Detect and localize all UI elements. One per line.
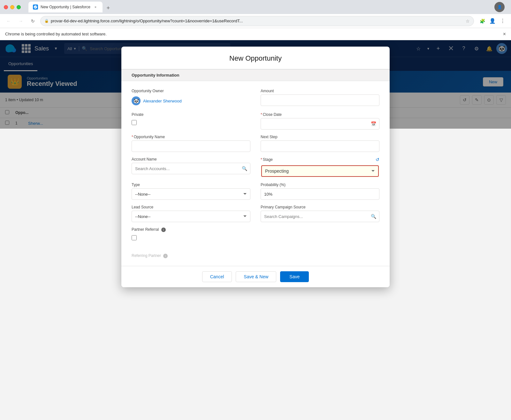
owner-avatar: 🐼 bbox=[132, 96, 141, 105]
partner-referral-checkbox-field bbox=[132, 233, 250, 242]
title-bar: New Opportunity | Salesforce × + 👤 bbox=[0, 0, 511, 14]
private-label: Private bbox=[132, 112, 250, 117]
notification-bar: Chrome is being controlled by automated … bbox=[0, 28, 511, 40]
cancel-button[interactable]: Cancel bbox=[202, 271, 232, 282]
bookmark-icon[interactable]: ☆ bbox=[466, 19, 470, 24]
account-name-label: Account Name bbox=[132, 157, 250, 161]
modal-body: Opportunity Information Opportunity Owne… bbox=[121, 69, 390, 266]
account-search-wrapper: 🔍 bbox=[132, 163, 250, 174]
modal-header: New Opportunity bbox=[121, 47, 390, 69]
close-window-button[interactable] bbox=[4, 5, 8, 9]
maximize-window-button[interactable] bbox=[17, 5, 21, 9]
browser-profile-icon[interactable]: 👤 bbox=[494, 2, 505, 12]
partner-referral-label: Partner Referral i bbox=[132, 227, 250, 232]
form-group-amount: Amount bbox=[261, 89, 379, 107]
notification-close-button[interactable]: × bbox=[503, 31, 506, 37]
referring-partner-label: Referring Partner i bbox=[132, 253, 168, 258]
stage-highlight-wrapper: Prospecting Qualification Needs Analysis… bbox=[261, 165, 379, 177]
lock-icon: 🔒 bbox=[44, 19, 49, 23]
tab-close-button[interactable]: × bbox=[93, 4, 98, 10]
modal-overlay: New Opportunity Opportunity Information … bbox=[0, 40, 511, 129]
referring-partner-info-icon: i bbox=[163, 254, 168, 258]
browser-toolbar-icons: 🧩 👤 ⋮ bbox=[478, 17, 507, 26]
opportunity-name-input[interactable] bbox=[132, 140, 250, 152]
form-group-campaign: Primary Campaign Source 🔍 bbox=[261, 205, 379, 222]
salesforce-app: Sales ▼ All ▼ 🔍 ☆ ▼ + ✕ ? ⚙ 🔔 🐼 Opportun… bbox=[0, 40, 511, 129]
save-button[interactable]: Save bbox=[280, 271, 309, 282]
address-bar[interactable]: 🔒 provar-6d-dev-ed.lightning.force.com/l… bbox=[40, 16, 474, 26]
lead-source-label: Lead Source bbox=[132, 205, 250, 209]
form-group-account: Account Name 🔍 bbox=[132, 157, 250, 177]
extensions-icon[interactable]: 🧩 bbox=[478, 17, 487, 26]
modal-footer: Cancel Save & New Save bbox=[121, 266, 390, 287]
partner-referral-checkbox[interactable] bbox=[132, 235, 137, 240]
form-group-private: Private bbox=[132, 112, 250, 130]
type-select[interactable]: --None-- Existing Customer - Upgrade Exi… bbox=[132, 188, 250, 200]
close-date-label: *Close Date bbox=[261, 112, 379, 117]
primary-campaign-label: Primary Campaign Source bbox=[261, 205, 379, 209]
forward-button[interactable]: → bbox=[16, 16, 26, 26]
browser-controls: ← → ↻ 🔒 provar-6d-dev-ed.lightning.force… bbox=[0, 14, 511, 28]
opp-name-label: *Opportunity Name bbox=[132, 135, 250, 139]
stage-label-row: *Stage ↺ bbox=[261, 157, 379, 162]
owner-label: Opportunity Owner bbox=[132, 89, 250, 93]
account-name-input[interactable] bbox=[132, 163, 250, 174]
next-step-label: Next Step bbox=[261, 135, 379, 139]
form-group-type: Type --None-- Existing Customer - Upgrad… bbox=[132, 183, 250, 200]
tab-title: New Opportunity | Salesforce bbox=[41, 5, 90, 9]
primary-campaign-input[interactable] bbox=[261, 211, 379, 222]
stage-reset-button[interactable]: ↺ bbox=[376, 157, 379, 162]
private-checkbox-field bbox=[132, 118, 250, 127]
stage-label: *Stage bbox=[261, 157, 273, 162]
next-step-input[interactable] bbox=[261, 140, 379, 152]
probability-label: Probability (%) bbox=[261, 183, 379, 187]
owner-field: 🐼 Alexander Sherwood bbox=[132, 94, 250, 107]
form-group-stage: *Stage ↺ Prospecting Qualification Needs… bbox=[261, 157, 379, 177]
referring-partner-section: Referring Partner i bbox=[121, 250, 390, 266]
calendar-icon[interactable]: 📅 bbox=[371, 121, 376, 126]
more-options-icon[interactable]: ⋮ bbox=[498, 17, 507, 26]
type-label: Type bbox=[132, 183, 250, 187]
amount-input[interactable] bbox=[261, 94, 379, 106]
lead-source-select[interactable]: --None-- Web Phone Inquiry Partner Refer… bbox=[132, 211, 250, 222]
modal-dialog: New Opportunity Opportunity Information … bbox=[121, 47, 390, 287]
stage-select[interactable]: Prospecting Qualification Needs Analysis… bbox=[261, 165, 379, 177]
campaign-search-wrapper: 🔍 bbox=[261, 211, 379, 222]
form-group-partner-referral: Partner Referral i bbox=[132, 227, 250, 242]
reload-button[interactable]: ↻ bbox=[28, 16, 38, 26]
minimize-window-button[interactable] bbox=[10, 5, 14, 9]
tab-favicon bbox=[33, 4, 38, 10]
back-button[interactable]: ← bbox=[4, 16, 13, 26]
form-group-opp-name: *Opportunity Name bbox=[132, 135, 250, 152]
form-group-close-date: *Close Date 📅 bbox=[261, 112, 379, 130]
section-title: Opportunity Information bbox=[121, 69, 390, 81]
address-text: provar-6d-dev-ed.lightning.force.com/lig… bbox=[51, 19, 464, 23]
account-search-icon[interactable]: 🔍 bbox=[242, 166, 247, 171]
campaign-search-icon[interactable]: 🔍 bbox=[371, 214, 376, 219]
new-tab-button[interactable]: + bbox=[104, 4, 113, 12]
private-checkbox[interactable] bbox=[132, 120, 137, 125]
form-group-lead-source: Lead Source --None-- Web Phone Inquiry P… bbox=[132, 205, 250, 222]
traffic-lights bbox=[4, 5, 21, 9]
close-date-input[interactable] bbox=[261, 118, 379, 130]
notification-text: Chrome is being controlled by automated … bbox=[5, 32, 107, 36]
form-grid: Opportunity Owner 🐼 Alexander Sherwood A… bbox=[121, 81, 390, 250]
form-group-empty bbox=[261, 227, 379, 242]
tab-bar: New Opportunity | Salesforce × + bbox=[28, 2, 492, 12]
form-group-next-step: Next Step bbox=[261, 135, 379, 152]
browser-chrome: New Opportunity | Salesforce × + 👤 ← → ↻… bbox=[0, 0, 511, 40]
owner-name[interactable]: Alexander Sherwood bbox=[143, 99, 182, 103]
save-and-new-button[interactable]: Save & New bbox=[236, 271, 276, 282]
partner-referral-info-icon[interactable]: i bbox=[161, 228, 166, 232]
browser-tab-active[interactable]: New Opportunity | Salesforce × bbox=[28, 2, 103, 12]
form-group-owner: Opportunity Owner 🐼 Alexander Sherwood bbox=[132, 89, 250, 107]
modal-title: New Opportunity bbox=[132, 54, 379, 63]
probability-input[interactable] bbox=[261, 188, 379, 200]
close-date-input-wrapper: 📅 bbox=[261, 118, 379, 130]
form-group-probability: Probability (%) bbox=[261, 183, 379, 200]
browser-profile-btn[interactable]: 👤 bbox=[488, 17, 497, 26]
amount-label: Amount bbox=[261, 89, 379, 93]
